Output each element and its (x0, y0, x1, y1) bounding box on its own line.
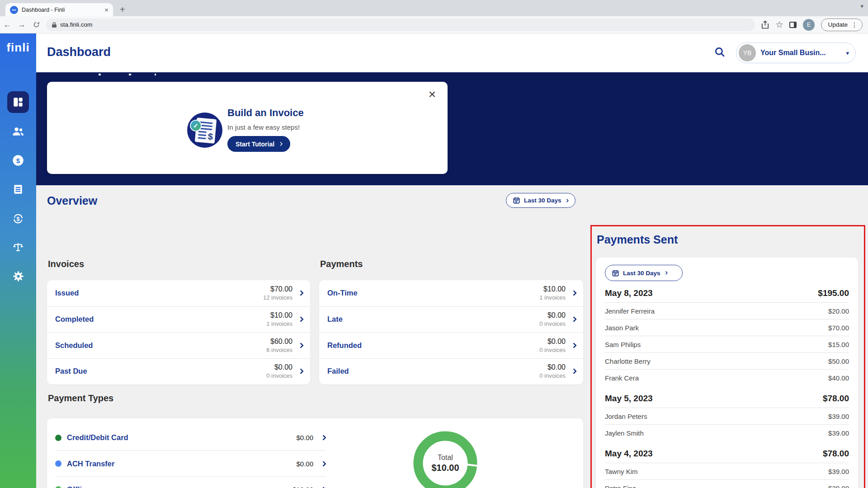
reload-icon[interactable] (29, 21, 43, 28)
payments-sent-entry[interactable]: Frank Cera$40.00 (605, 369, 849, 386)
gear-icon (12, 270, 24, 282)
payments-sent-group-header: May 4, 2023$78.00 (605, 445, 849, 463)
recurring-dollar-icon: $ (12, 212, 24, 225)
payments-sent-group: May 8, 2023$195.00Jennifer Ferreira$20.0… (605, 284, 849, 386)
sidebar-item-legal[interactable] (7, 236, 29, 258)
sidebar-item-payments[interactable]: $ (7, 150, 29, 171)
invoice-status-row[interactable]: Completed$10.001 invoices (47, 306, 310, 333)
payments-sent-group-total: $78.00 (823, 449, 849, 459)
payment-type-amount: $10.00 (292, 486, 313, 488)
sidebar-item-settings[interactable] (7, 265, 29, 287)
app-header: Dashboard YB Your Small Busin... ▾ (36, 33, 868, 72)
payments-sent-entry[interactable]: Petra Fine$39.00 (605, 479, 849, 488)
chevron-right-icon (571, 368, 577, 374)
start-tutorial-button[interactable]: Start Tutorial (227, 136, 290, 152)
calendar-icon (513, 197, 520, 204)
payment-status-row[interactable]: Late$0.000 invoices (319, 306, 583, 333)
chevron-right-icon (298, 368, 304, 374)
payment-amount: $50.00 (828, 357, 849, 365)
payment-type-row[interactable]: Offline$10.00 (55, 476, 326, 488)
invoice-status-row[interactable]: Scheduled$60.006 invoices (47, 332, 310, 358)
invoice-status-label: Issued (55, 289, 263, 297)
payment-amount: $70.00 (828, 324, 849, 332)
payment-status-count: 1 invoices (539, 294, 566, 301)
payments-sent-entry[interactable]: Sam Philips$15.00 (605, 336, 849, 352)
new-tab-button[interactable]: + (120, 4, 125, 15)
lock-icon (52, 22, 57, 28)
payments-sent-entry[interactable]: Tawny Kim$39.00 (605, 463, 849, 479)
browser-menu-icon[interactable]: ⋮ (851, 21, 858, 28)
browser-profile-avatar[interactable]: E (803, 19, 815, 31)
payment-amount: $39.00 (828, 429, 849, 437)
overview-date-filter-button[interactable]: Last 30 Days (506, 193, 576, 208)
share-icon[interactable] (761, 20, 769, 29)
back-icon[interactable]: ← (0, 20, 14, 29)
payments-sent-entry[interactable]: Jordan Peters$39.00 (605, 408, 849, 424)
payment-type-dot (55, 435, 61, 441)
side-panel-icon[interactable] (789, 22, 797, 28)
svg-text:$: $ (17, 216, 20, 222)
payment-type-amount: $0.00 (296, 460, 313, 468)
address-bar[interactable]: sta.finli.com (46, 19, 755, 31)
payee-name: Sam Philips (605, 341, 828, 348)
chevron-right-icon (298, 343, 304, 348)
chevron-right-icon (321, 435, 326, 441)
browser-tab[interactable]: finli Dashboard - Finli × (5, 3, 113, 16)
url-text: sta.finli.com (60, 21, 92, 28)
payments-sent-card: Last 30 Days May 8, 2023$195.00Jennifer … (596, 258, 858, 488)
search-icon[interactable] (714, 46, 726, 60)
payments-sent-entry[interactable]: Charlotte Berry$50.00 (605, 352, 849, 369)
payee-name: Jordan Peters (605, 413, 828, 420)
forward-icon[interactable]: → (14, 20, 29, 29)
tab-close-icon[interactable]: × (104, 6, 108, 14)
sidebar: finli $ $ (0, 33, 36, 488)
sidebar-item-recurring-payments[interactable]: $ (7, 208, 29, 230)
browser-tab-strip: finli Dashboard - Finli × + ▾ (0, 0, 868, 16)
invoices-heading: Invoices (48, 259, 84, 269)
browser-toolbar: ← → sta.finli.com ☆ E Update ⋮ (0, 16, 868, 33)
payment-status-row[interactable]: Refunded$0.000 invoices (319, 332, 583, 358)
sidebar-item-dashboard[interactable] (7, 91, 29, 113)
sidebar-item-customers[interactable] (7, 121, 29, 142)
chevron-right-icon (321, 487, 326, 488)
chevron-right-icon (321, 461, 326, 467)
tab-title: Dashboard - Finli (22, 7, 101, 13)
payments-sent-entry[interactable]: Jaylen Smith$39.00 (605, 424, 849, 441)
payments-sent-group-total: $78.00 (823, 394, 849, 404)
payment-status-row[interactable]: On-Time$10.001 invoices (319, 280, 583, 306)
payment-amount: $15.00 (828, 341, 849, 348)
payments-sent-entry[interactable]: Jennifer Ferreira$20.00 (605, 302, 849, 319)
invoice-status-label: Completed (55, 315, 266, 324)
payment-type-row[interactable]: Credit/Debit Card$0.00 (55, 425, 326, 450)
account-switcher[interactable]: YB Your Small Busin... ▾ (736, 42, 856, 63)
payments-sent-group-total: $195.00 (818, 288, 849, 298)
invoice-status-label: Scheduled (55, 341, 266, 350)
overview-title: Overview (47, 194, 97, 207)
calendar-icon (612, 270, 619, 277)
invoice-status-count: 0 invoices (266, 372, 292, 379)
dashboard-content: Overview Last 30 Days Invoices Payments … (36, 185, 868, 488)
payment-status-row[interactable]: Failed$0.000 invoices (319, 358, 583, 385)
payments-sent-date: May 4, 2023 (605, 449, 823, 459)
tab-strip-chevron-icon[interactable]: ▾ (860, 3, 863, 9)
update-button[interactable]: Update ⋮ (821, 19, 863, 31)
finli-logo: finli (0, 41, 36, 55)
invoice-status-count: 12 invoices (263, 294, 292, 301)
payments-sent-entry[interactable]: Jason Park$70.00 (605, 319, 849, 336)
payee-name: Petra Fine (605, 484, 828, 488)
payments-sent-group-header: May 8, 2023$195.00 (605, 284, 849, 302)
payment-amount: $20.00 (828, 307, 849, 315)
finli-favicon-icon: finli (10, 6, 18, 14)
bookmark-star-icon[interactable]: ☆ (775, 19, 783, 30)
build-invoice-banner: × $ ✓ Build an Invoice In just a few eas… (47, 82, 448, 174)
payee-name: Tawny Kim (605, 468, 828, 475)
payee-name: Jaylen Smith (605, 429, 828, 437)
payment-status-label: Refunded (327, 341, 539, 350)
banner-close-icon[interactable]: × (429, 88, 436, 101)
invoice-status-row[interactable]: Issued$70.0012 invoices (47, 280, 310, 306)
payment-type-row[interactable]: ACH Transfer$0.00 (55, 450, 326, 476)
payments-sent-date-filter-button[interactable]: Last 30 Days (605, 265, 683, 281)
invoice-status-row[interactable]: Past Due$0.000 invoices (47, 358, 310, 385)
sidebar-item-invoices[interactable] (7, 178, 29, 200)
account-name: Your Small Busin... (760, 49, 841, 57)
